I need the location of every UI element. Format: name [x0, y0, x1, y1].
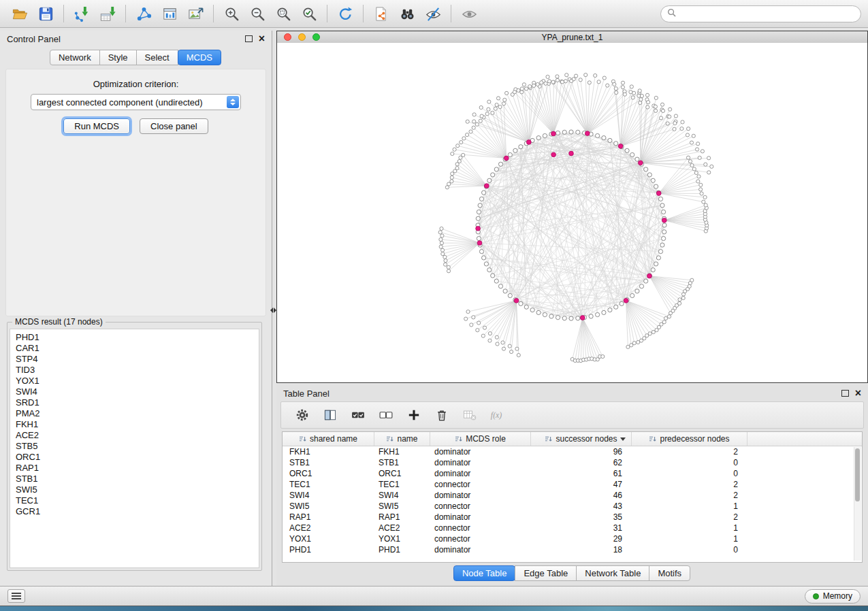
delete-column-button[interactable]: [433, 406, 451, 424]
cell-successor-nodes: 62: [531, 458, 632, 467]
cell-MCDS-role: dominator: [430, 458, 531, 467]
tab-network-table[interactable]: Network Table: [576, 565, 649, 581]
share-document-button[interactable]: [369, 3, 393, 24]
table-body: FKH1FKH1dominator962STB1STB1dominator620…: [283, 446, 862, 555]
cell-successor-nodes: 18: [531, 545, 632, 555]
minimize-window-icon[interactable]: [298, 33, 306, 41]
mcds-result-item[interactable]: ORC1: [16, 452, 259, 463]
fx-button: f(x): [489, 406, 507, 424]
hide-details-button[interactable]: [421, 3, 445, 24]
memory-label: Memory: [823, 591, 852, 601]
mcds-result-item[interactable]: TID3: [16, 365, 259, 376]
float-table-panel-icon[interactable]: [841, 390, 849, 397]
zoom-selected-button[interactable]: [297, 3, 321, 24]
mcds-result-item[interactable]: PHD1: [16, 332, 259, 343]
mcds-result-item[interactable]: SRD1: [16, 397, 259, 408]
split-columns-button[interactable]: [321, 406, 339, 424]
zoom-in-button[interactable]: [219, 3, 244, 24]
column-header-successor-nodes[interactable]: successor nodes: [531, 432, 632, 446]
search-input[interactable]: [680, 8, 854, 20]
cell-successor-nodes: 29: [531, 534, 632, 544]
table-row[interactable]: ACE2ACE2connector311: [283, 523, 862, 533]
column-header-shared-name[interactable]: shared name: [283, 432, 374, 446]
mcds-result-item[interactable]: SWI5: [16, 484, 259, 495]
tab-select[interactable]: Select: [136, 50, 178, 65]
gear-button[interactable]: [293, 406, 311, 424]
column-header-predecessor-nodes[interactable]: predecessor nodes: [632, 432, 748, 446]
tab-network[interactable]: Network: [50, 50, 100, 65]
tab-mcds[interactable]: MCDS: [178, 50, 221, 65]
cell-name: SWI5: [374, 501, 430, 511]
tab-motifs[interactable]: Motifs: [649, 565, 690, 581]
mcds-result-item[interactable]: SWI4: [16, 386, 259, 397]
table-row[interactable]: STB1STB1dominator620: [283, 457, 862, 468]
add-column-button[interactable]: [405, 406, 423, 424]
float-panel-icon[interactable]: [245, 35, 253, 42]
tab-edge-table[interactable]: Edge Table: [515, 565, 577, 581]
table-row[interactable]: YOX1YOX1connector291: [283, 533, 862, 544]
table-row[interactable]: SWI4SWI4dominator462: [283, 490, 862, 501]
import-table-button[interactable]: [95, 3, 120, 24]
zoom-out-button[interactable]: [245, 3, 270, 24]
mcds-result-item[interactable]: STB1: [16, 474, 259, 484]
mcds-result-item[interactable]: CAR1: [16, 343, 259, 354]
table-toolbar: f(x): [280, 401, 864, 429]
show-details-button[interactable]: [457, 3, 481, 24]
mcds-result-item[interactable]: ACE2: [16, 430, 259, 441]
close-window-icon[interactable]: [284, 33, 291, 41]
tab-node-table[interactable]: Node Table: [453, 565, 516, 581]
criterion-select[interactable]: largest connected component (undirected): [31, 94, 241, 110]
search-network-button[interactable]: [395, 3, 419, 24]
mcds-result-item[interactable]: TEC1: [16, 495, 259, 506]
open-file-button[interactable]: [7, 3, 32, 24]
mcds-result-item[interactable]: PMA2: [16, 408, 259, 419]
mcds-result-item[interactable]: FKH1: [16, 419, 259, 430]
mcds-result-item[interactable]: STP4: [16, 354, 259, 365]
cell-shared-name: SWI4: [283, 491, 374, 500]
table-row[interactable]: RAP1RAP1dominator352: [283, 512, 862, 523]
table-row[interactable]: TEC1TEC1connector472: [283, 479, 862, 490]
cell-successor-nodes: 35: [531, 512, 632, 522]
cell-predecessor-nodes: 2: [632, 491, 748, 500]
panel-menu-button[interactable]: [7, 589, 25, 603]
table-scrollbar[interactable]: [854, 447, 861, 561]
select-all-button[interactable]: [349, 406, 367, 424]
refresh-button[interactable]: [333, 3, 357, 24]
mcds-result-item[interactable]: YOX1: [16, 376, 259, 386]
run-mcds-button[interactable]: Run MCDS: [63, 118, 130, 134]
table-row[interactable]: PHD1PHD1dominator180: [283, 544, 862, 555]
cell-name: ACE2: [374, 523, 430, 533]
table-chart-button[interactable]: [157, 3, 182, 24]
cell-MCDS-role: dominator: [430, 447, 531, 457]
memory-button[interactable]: Memory: [805, 589, 861, 604]
network-canvas[interactable]: [277, 43, 867, 382]
control-panel-title: Control Panel: [7, 34, 61, 44]
table-row[interactable]: FKH1FKH1dominator962: [283, 446, 862, 457]
save-icon: [37, 5, 54, 22]
cell-successor-nodes: 46: [531, 491, 632, 500]
zoom-fit-button[interactable]: [271, 3, 295, 24]
save-button[interactable]: [33, 3, 58, 24]
mcds-result-item[interactable]: RAP1: [16, 463, 259, 474]
import-network-button[interactable]: [69, 3, 94, 24]
column-header-name[interactable]: name: [374, 432, 430, 446]
table-row[interactable]: SWI5SWI5connector431: [283, 501, 862, 512]
network-share-button[interactable]: [131, 3, 156, 24]
table-row[interactable]: ORC1ORC1dominator610: [283, 468, 862, 479]
mcds-result-item[interactable]: STB5: [16, 441, 259, 452]
cell-name: TEC1: [374, 480, 430, 489]
maximize-window-icon[interactable]: [312, 33, 320, 41]
search-box[interactable]: [660, 5, 861, 22]
close-panel-button[interactable]: Close panel: [140, 118, 208, 134]
cell-name: SWI4: [374, 491, 430, 500]
unselect-all-button[interactable]: [377, 406, 395, 424]
scrollbar-thumb[interactable]: [855, 448, 860, 501]
tab-style[interactable]: Style: [99, 50, 137, 65]
mcds-result-list[interactable]: PHD1CAR1STP4TID3YOX1SWI4SRD1PMA2FKH1ACE2…: [10, 329, 259, 568]
image-export-button[interactable]: [183, 3, 208, 24]
close-panel-icon[interactable]: ×: [259, 34, 265, 44]
mcds-result-item[interactable]: GCR1: [16, 506, 259, 517]
close-table-panel-icon[interactable]: ×: [855, 389, 861, 398]
column-header-MCDS-role[interactable]: MCDS role: [430, 432, 531, 446]
network-graph[interactable]: [277, 43, 867, 382]
